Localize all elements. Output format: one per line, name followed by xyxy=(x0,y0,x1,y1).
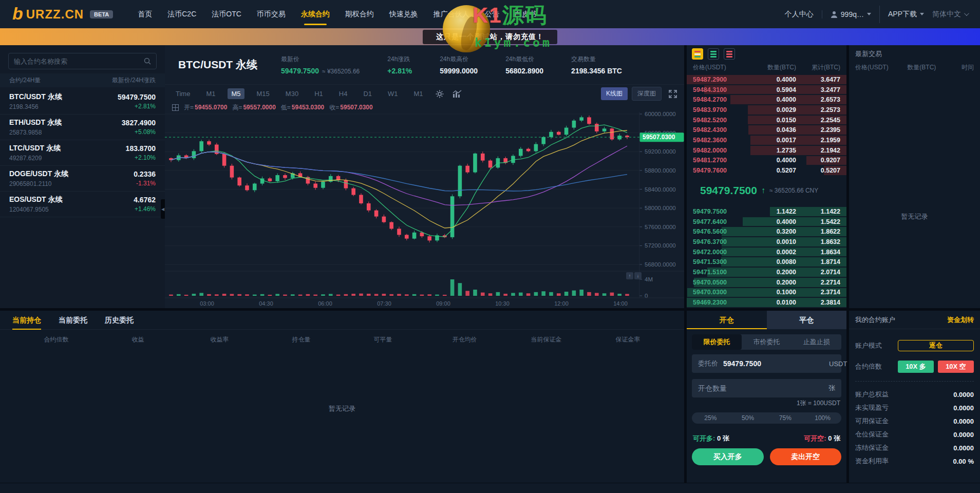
ask-row-0[interactable]: 59487.29000.40003.6477 xyxy=(687,74,846,85)
interval-m1-1[interactable]: M1 xyxy=(202,88,219,99)
nav-item-3[interactable]: 币币交易 xyxy=(257,0,286,28)
positions-tab-2[interactable]: 历史委托 xyxy=(105,311,134,330)
interval-h1-5[interactable]: H1 xyxy=(311,88,327,99)
ask-row-2[interactable]: 59484.27000.40002.6573 xyxy=(687,94,846,105)
book-asks-icon[interactable] xyxy=(724,48,735,60)
nav-item-6[interactable]: 快速兑换 xyxy=(389,0,418,28)
language-menu[interactable]: 简体中文 xyxy=(932,10,968,19)
bid-row-9[interactable]: 59469.23000.01002.3814 xyxy=(687,297,846,308)
ob-qty: 0.5904 xyxy=(755,86,796,93)
interval-m5-2[interactable]: M5 xyxy=(228,88,244,99)
nav-item-1[interactable]: 法币C2C xyxy=(167,0,196,28)
gear-icon[interactable] xyxy=(436,90,444,98)
ask-row-5[interactable]: 59482.43000.04362.2395 xyxy=(687,125,846,135)
interval-time-0[interactable]: Time xyxy=(172,88,194,99)
pair-row-2[interactable]: LTC/USDT 永续49287.6209183.8700+2.10% xyxy=(0,140,165,166)
margin-mode-button[interactable]: 逐仓 xyxy=(898,340,974,351)
ask-row-8[interactable]: 59481.27000.40000.9207 xyxy=(687,156,846,166)
stat-label: 未实现盈亏 xyxy=(855,403,889,412)
interval-w1-8[interactable]: W1 xyxy=(384,88,402,99)
trades-col-1: 数量(BTC) xyxy=(902,63,940,72)
short-leverage-button[interactable]: 10X 空 xyxy=(938,361,974,373)
account-menu[interactable]: 999q… xyxy=(831,10,871,18)
bid-row-1[interactable]: 59477.64000.40001.5422 xyxy=(687,217,846,227)
user-center-link[interactable]: 个人中心 xyxy=(785,10,814,19)
bid-row-3[interactable]: 59476.37000.00101.8632 xyxy=(687,237,846,247)
long-leverage-button[interactable]: 10X 多 xyxy=(898,361,934,373)
order-type-2[interactable]: 止盈止损 xyxy=(791,334,841,350)
order-type-0[interactable]: 限价委托 xyxy=(692,334,742,350)
nav-item-5[interactable]: 期权合约 xyxy=(345,0,374,28)
interval-h4-6[interactable]: H4 xyxy=(335,88,351,99)
volume-zoom-in-icon[interactable]: ↑ xyxy=(626,272,633,279)
bid-row-6[interactable]: 59471.51000.20002.0714 xyxy=(687,267,846,277)
form-tab-1[interactable]: 平仓 xyxy=(767,311,847,329)
nav-item-2[interactable]: 法币OTC xyxy=(212,0,241,28)
grid-icon[interactable] xyxy=(172,104,179,111)
positions-tab-1[interactable]: 当前委托 xyxy=(59,311,87,330)
interval-m15-3[interactable]: M15 xyxy=(253,88,273,99)
bid-row-8[interactable]: 59470.03000.10002.3714 xyxy=(687,288,846,298)
order-type-1[interactable]: 市价委托 xyxy=(742,334,791,350)
orderbook-mid-price[interactable]: 59479.7500 ↑ ≈ 365205.66 CNY xyxy=(687,178,846,203)
nav-item-8[interactable]: 公告 xyxy=(485,0,499,28)
ob-cum: 2.6573 xyxy=(796,96,840,103)
order-type-selector: 限价委托市价委托止盈止损 xyxy=(692,334,841,350)
percent-100%[interactable]: 100% xyxy=(804,412,841,424)
transfer-link[interactable]: 资金划转 xyxy=(947,315,974,325)
ask-row-9[interactable]: 59479.76000.52070.5207 xyxy=(687,165,846,176)
pairs-header: 合约/24H量 最新价/24H涨跌 xyxy=(0,73,165,87)
pair-row-1[interactable]: ETH/USDT 永续25873.98583827.4900+5.08% xyxy=(0,115,165,140)
bid-row-7[interactable]: 59470.05000.20002.2714 xyxy=(687,277,846,288)
pair-row-0[interactable]: BTC/USDT 永续2198.345659479.7500+2.81% xyxy=(0,89,165,115)
book-all-icon[interactable] xyxy=(692,48,703,60)
indicators-icon[interactable] xyxy=(453,90,462,98)
book-bids-icon[interactable] xyxy=(708,48,719,60)
nav-item-9[interactable]: 白皮书 xyxy=(515,0,536,28)
bid-row-0[interactable]: 59479.75001.14221.1422 xyxy=(687,206,846,217)
bid-row-5[interactable]: 59471.53000.00801.8714 xyxy=(687,257,846,267)
app-download-menu[interactable]: APP下载 xyxy=(888,10,924,19)
kline-view-button[interactable]: K线图 xyxy=(601,87,628,100)
percent-25%[interactable]: 25% xyxy=(692,412,729,424)
search-icon[interactable] xyxy=(144,58,151,65)
sell-open-short-button[interactable]: 卖出开空 xyxy=(770,448,842,465)
x-tick-1: 04:30 xyxy=(259,300,273,307)
ask-row-4[interactable]: 59482.52000.01502.2545 xyxy=(687,115,846,125)
candlestick-chart[interactable]: 60000.000059600.000059200.000058800.0000… xyxy=(165,112,684,300)
price-input[interactable] xyxy=(723,359,824,368)
positions-tab-0[interactable]: 当前持仓 xyxy=(12,311,41,330)
bid-row-2[interactable]: 59476.56000.32001.8622 xyxy=(687,226,846,237)
interval-m30-4[interactable]: M30 xyxy=(282,88,302,99)
ob-cum: 2.1942 xyxy=(796,147,840,154)
search-input[interactable] xyxy=(14,58,144,65)
depth-view-button[interactable]: 深度图 xyxy=(632,87,662,101)
interval-d1-7[interactable]: D1 xyxy=(360,88,375,99)
nav-item-0[interactable]: 首页 xyxy=(138,0,152,28)
logo[interactable]: b URZZ.CN BETA xyxy=(12,6,113,23)
bid-row-4[interactable]: 59472.00000.00021.8634 xyxy=(687,247,846,257)
percent-75%[interactable]: 75% xyxy=(767,412,804,424)
ask-row-6[interactable]: 59482.36000.00172.1959 xyxy=(687,135,846,145)
ask-row-1[interactable]: 59484.31000.59043.2477 xyxy=(687,85,846,95)
stat-label: 仓位保证金 xyxy=(855,430,889,439)
fullscreen-icon[interactable] xyxy=(669,90,677,98)
volume-zoom-out-icon[interactable]: ↓ xyxy=(634,272,642,279)
ob-price: 59471.5100 xyxy=(693,269,755,276)
ask-row-7[interactable]: 59482.00001.27352.1942 xyxy=(687,145,846,156)
pair-row-4[interactable]: EOS/USDT 永续1204067.95054.6762+1.46% xyxy=(0,192,165,217)
up-arrow-icon: ↑ xyxy=(761,186,765,195)
form-tab-0[interactable]: 开仓 xyxy=(687,311,767,329)
pair-row-3[interactable]: DOGE/USDT 永续29065801.21100.2336-1.31% xyxy=(0,166,165,192)
ob-qty: 0.1000 xyxy=(755,289,796,296)
sidebar-collapse-handle[interactable]: ◀ xyxy=(161,199,165,219)
buy-open-long-button[interactable]: 买入开多 xyxy=(692,448,764,465)
ticker-stat-3: 24h最低价56802.8900 xyxy=(505,55,543,75)
chart-x-axis: 03:0004:3006:0007:3009:0010:3012:0014:00 xyxy=(165,300,639,308)
nav-item-7[interactable]: 推广合伙人 xyxy=(434,0,469,28)
nav-item-4[interactable]: 永续合约 xyxy=(301,0,330,28)
interval-m1-9[interactable]: M1 xyxy=(410,88,427,99)
amount-input[interactable] xyxy=(698,384,823,392)
ask-row-3[interactable]: 59483.97000.00292.2573 xyxy=(687,105,846,115)
percent-50%[interactable]: 50% xyxy=(729,412,767,424)
